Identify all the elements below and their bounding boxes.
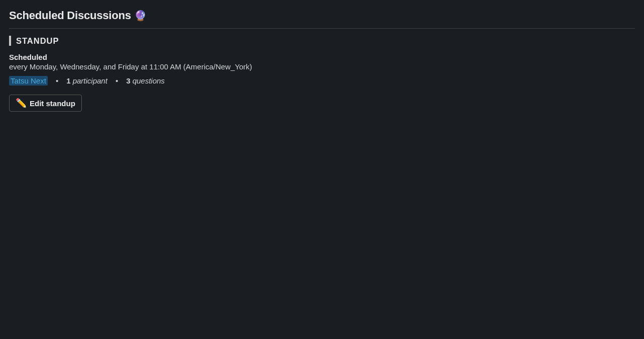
participants-count: 1 xyxy=(66,76,70,85)
section-heading-bar xyxy=(9,36,11,46)
bullet-separator: • xyxy=(56,76,58,85)
section-heading: STANDUP xyxy=(9,36,635,46)
participants-meta: 1 participant xyxy=(66,76,108,85)
pencil-icon: ✏️ xyxy=(16,99,27,108)
section-heading-text: STANDUP xyxy=(16,36,59,46)
questions-meta: 3 questions xyxy=(126,76,165,85)
page-title: Scheduled Discussions 🔮 xyxy=(9,9,635,29)
questions-count: 3 xyxy=(126,76,130,85)
schedule-text: every Monday, Wednesday, and Friday at 1… xyxy=(9,62,635,71)
status-label: Scheduled xyxy=(9,53,635,61)
participants-label: participant xyxy=(73,76,108,85)
channel-chip[interactable]: Tatsu Next xyxy=(9,76,48,86)
meta-row: Tatsu Next • 1 participant • 3 questions xyxy=(9,76,635,86)
edit-standup-button[interactable]: ✏️ Edit standup xyxy=(9,95,82,112)
crystal-ball-icon: 🔮 xyxy=(134,10,147,22)
questions-label: questions xyxy=(133,76,165,85)
bullet-separator: • xyxy=(116,76,118,85)
edit-button-label: Edit standup xyxy=(30,99,75,108)
page-title-text: Scheduled Discussions xyxy=(9,9,131,22)
